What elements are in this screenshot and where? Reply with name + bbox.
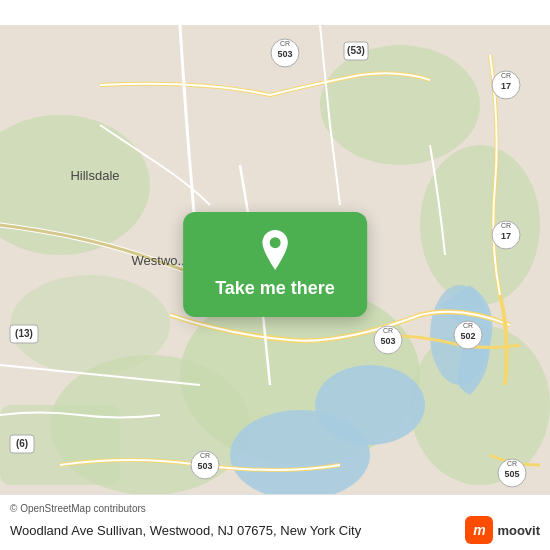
cta-label: Take me there [215,278,335,299]
attribution-text: © OpenStreetMap contributors [10,503,146,514]
svg-point-2 [320,45,480,165]
moovit-logo: m moovit [465,516,540,544]
moovit-icon: m [465,516,493,544]
svg-text:(53): (53) [347,45,365,56]
svg-text:505: 505 [504,469,519,479]
svg-point-41 [270,237,281,248]
svg-text:(6): (6) [16,438,28,449]
svg-point-3 [420,145,540,305]
svg-text:(13): (13) [15,328,33,339]
address-row: Woodland Ave Sullivan, Westwood, NJ 0767… [10,516,540,544]
svg-text:17: 17 [501,231,511,241]
svg-text:502: 502 [460,331,475,341]
svg-text:CR: CR [280,40,290,47]
moovit-text: moovit [497,523,540,538]
svg-text:503: 503 [277,49,292,59]
svg-text:503: 503 [197,461,212,471]
svg-point-10 [230,410,370,500]
address-label: Woodland Ave Sullivan, Westwood, NJ 0767… [10,523,361,538]
svg-text:Hillsdale: Hillsdale [70,168,119,183]
svg-text:CR: CR [507,460,517,467]
svg-text:CR: CR [200,452,210,459]
svg-text:17: 17 [501,81,511,91]
svg-text:503: 503 [380,336,395,346]
svg-text:CR: CR [501,222,511,229]
svg-text:CR: CR [501,72,511,79]
attribution: © OpenStreetMap contributors [10,503,540,514]
map-container: 503 CR 503 CR 503 CR (53) 17 CR 17 CR 50… [0,0,550,550]
svg-text:CR: CR [383,327,393,334]
location-pin-icon [255,230,295,270]
take-me-there-button[interactable]: Take me there [183,212,367,317]
svg-text:CR: CR [463,322,473,329]
svg-text:Westwo...: Westwo... [132,253,189,268]
bottom-bar: © OpenStreetMap contributors Woodland Av… [0,494,550,550]
